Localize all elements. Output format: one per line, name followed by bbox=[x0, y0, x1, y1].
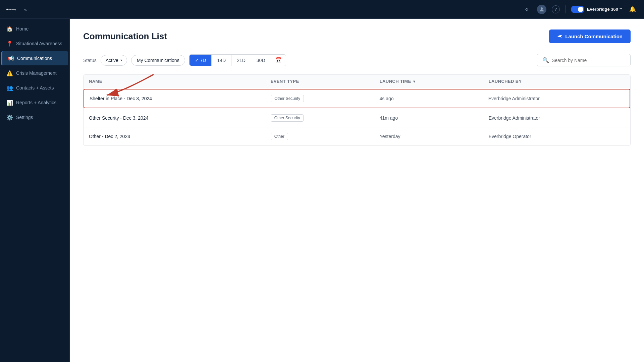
crisis-management-icon: ⚠️ bbox=[7, 70, 13, 76]
svg-text:everbridge: everbridge bbox=[8, 8, 16, 10]
time-filter-7d[interactable]: ✓ 7D bbox=[190, 55, 212, 66]
row-launch-time: 41m ago bbox=[380, 115, 489, 121]
sidebar: 🏠 Home 📍 Situational Awareness 📢 Communi… bbox=[0, 19, 70, 362]
table-row[interactable]: Other Security - Dec 3, 2024 Other Secur… bbox=[84, 109, 630, 127]
time-filter-group: ✓ 7D14D21D30D📅 bbox=[189, 54, 286, 66]
notification-icon[interactable]: 🔔 bbox=[628, 5, 637, 14]
sidebar-item-settings[interactable]: ⚙️ Settings bbox=[1, 110, 68, 124]
table-header: NameEvent TypeLaunch Time ▼Launched By bbox=[84, 75, 630, 88]
status-label: Status bbox=[83, 58, 97, 63]
main-content: Communication List Launch Communication … bbox=[70, 19, 644, 362]
sidebar-item-situational-awareness[interactable]: 📍 Situational Awareness bbox=[1, 37, 68, 51]
table-body: Shelter in Place - Dec 3, 2024 Other Sec… bbox=[84, 89, 630, 145]
table-wrapper: NameEvent TypeLaunch Time ▼Launched By S… bbox=[83, 74, 631, 146]
megaphone-icon bbox=[557, 34, 562, 39]
event-badge: Other bbox=[271, 133, 288, 140]
search-input[interactable] bbox=[552, 58, 625, 63]
table-row[interactable]: Other - Dec 2, 2024 Other Yesterday Ever… bbox=[84, 127, 630, 145]
topbar-divider bbox=[565, 5, 566, 13]
row-launched-by: Everbridge Administrator bbox=[488, 96, 624, 101]
row-event-type: Other Security bbox=[271, 95, 379, 102]
reports-analytics-icon: 📊 bbox=[7, 100, 13, 106]
sidebar-collapse-btn[interactable]: « bbox=[20, 4, 31, 15]
th-name: Name bbox=[89, 79, 271, 84]
sidebar-item-crisis-management[interactable]: ⚠️ Crisis Management bbox=[1, 66, 68, 80]
everbridge-360-toggle[interactable]: Everbridge 360™ bbox=[571, 6, 623, 13]
table-row[interactable]: Shelter in Place - Dec 3, 2024 Other Sec… bbox=[84, 89, 630, 108]
contacts-assets-icon: 👥 bbox=[7, 85, 13, 91]
search-box: 🔍 bbox=[537, 54, 631, 66]
sidebar-item-label: Situational Awareness bbox=[16, 41, 62, 46]
logo: everbridge bbox=[5, 4, 16, 15]
time-filter-21d[interactable]: 21D bbox=[231, 55, 251, 66]
sidebar-item-reports-analytics[interactable]: 📊 Reports + Analytics bbox=[1, 96, 68, 110]
topbar: everbridge « « ? Everbridge 360™ 🔔 bbox=[0, 0, 644, 19]
time-filter-30d[interactable]: 30D bbox=[251, 55, 271, 66]
sidebar-item-label: Settings bbox=[16, 115, 33, 120]
status-filter-button[interactable]: Active ▾ bbox=[101, 55, 127, 66]
event-badge: Other Security bbox=[271, 114, 304, 122]
page-header: Communication List Launch Communication bbox=[83, 29, 631, 43]
communications-table: NameEvent TypeLaunch Time ▼Launched By S… bbox=[83, 74, 631, 146]
th-event-type: Event Type bbox=[271, 79, 380, 84]
situational-awareness-icon: 📍 bbox=[7, 41, 13, 47]
time-filter-calendar[interactable]: 📅 bbox=[271, 55, 286, 66]
sidebar-item-label: Crisis Management bbox=[16, 70, 57, 76]
settings-icon: ⚙️ bbox=[7, 114, 13, 120]
row-launch-time: Yesterday bbox=[380, 134, 489, 139]
time-filter-14d[interactable]: 14D bbox=[212, 55, 231, 66]
communications-icon: 📢 bbox=[8, 55, 14, 61]
th-launch-time[interactable]: Launch Time ▼ bbox=[380, 79, 489, 84]
row-name: Other - Dec 2, 2024 bbox=[89, 134, 271, 139]
row-event-type: Other Security bbox=[271, 114, 380, 122]
filters-row: Status Active ▾ My Communications ✓ 7D14… bbox=[83, 54, 631, 66]
chevron-down-icon: ▾ bbox=[120, 58, 122, 62]
row-launched-by: Everbridge Operator bbox=[489, 134, 625, 139]
toggle-switch[interactable] bbox=[571, 6, 584, 13]
topbar-right: « ? Everbridge 360™ 🔔 bbox=[522, 5, 637, 14]
row-event-type: Other bbox=[271, 133, 380, 140]
my-communications-button[interactable]: My Communications bbox=[131, 55, 185, 66]
sidebar-item-home[interactable]: 🏠 Home bbox=[1, 22, 68, 36]
event-badge: Other Security bbox=[271, 95, 304, 102]
row-launch-time: 4s ago bbox=[380, 96, 488, 101]
launch-communication-button[interactable]: Launch Communication bbox=[549, 29, 631, 43]
layout: 🏠 Home 📍 Situational Awareness 📢 Communi… bbox=[0, 19, 644, 362]
sidebar-item-contacts-assets[interactable]: 👥 Contacts + Assets bbox=[1, 81, 68, 95]
user-avatar[interactable] bbox=[537, 5, 546, 14]
home-icon: 🏠 bbox=[7, 26, 13, 32]
search-icon: 🔍 bbox=[542, 57, 549, 63]
back-icon[interactable]: « bbox=[522, 5, 532, 14]
sidebar-item-label: Reports + Analytics bbox=[16, 100, 56, 105]
sidebar-item-label: Home bbox=[16, 26, 29, 32]
sidebar-item-communications[interactable]: 📢 Communications bbox=[1, 51, 68, 65]
svg-point-1 bbox=[541, 7, 543, 9]
content-area: Communication List Launch Communication … bbox=[70, 19, 644, 362]
row-name: Shelter in Place - Dec 3, 2024 bbox=[90, 96, 271, 101]
sidebar-item-label: Communications bbox=[17, 56, 52, 61]
row-name: Other Security - Dec 3, 2024 bbox=[89, 115, 271, 121]
sidebar-item-label: Contacts + Assets bbox=[16, 85, 54, 90]
th-launched-by: Launched By bbox=[489, 79, 625, 84]
page-title: Communication List bbox=[83, 31, 167, 42]
row-launched-by: Everbridge Administrator bbox=[489, 115, 625, 121]
help-icon[interactable]: ? bbox=[552, 5, 560, 13]
